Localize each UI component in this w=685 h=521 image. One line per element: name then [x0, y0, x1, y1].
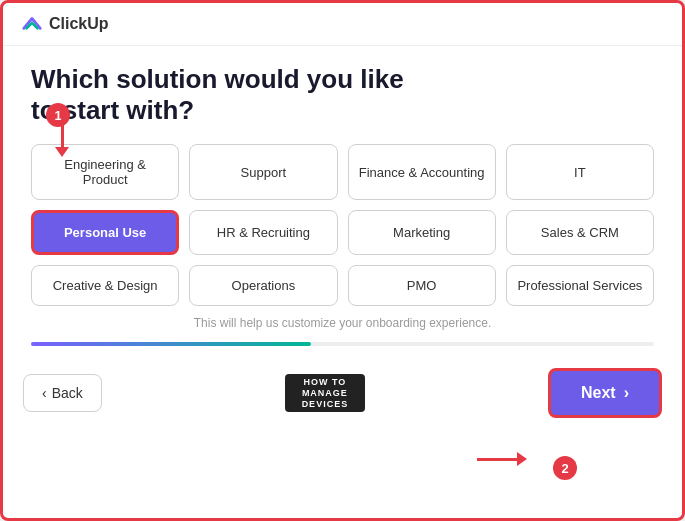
progress-bar-container: [31, 342, 654, 346]
progress-bar-fill: [31, 342, 311, 346]
arrow-line-horizontal: [477, 458, 517, 461]
page-heading: Which solution would you like to start w…: [31, 64, 654, 126]
arrow-head: [55, 147, 69, 157]
option-sales[interactable]: Sales & CRM: [506, 210, 654, 255]
logo-text: ClickUp: [49, 15, 109, 33]
next-label: Next: [581, 384, 616, 402]
options-grid: Engineering & Product Support Finance & …: [31, 144, 654, 306]
option-personal-use[interactable]: Personal Use: [31, 210, 179, 255]
arrow-line-vertical: [61, 119, 64, 147]
app-container: ClickUp Which solution would you like to…: [0, 0, 685, 521]
option-creative[interactable]: Creative & Design: [31, 265, 179, 306]
option-marketing[interactable]: Marketing: [348, 210, 496, 255]
back-label: Back: [52, 385, 83, 401]
clickup-logo-icon: [21, 13, 43, 35]
footer: ‹ Back HOW TOMANAGEDEVICES Next ›: [3, 360, 682, 428]
main-content: Which solution would you like to start w…: [3, 46, 682, 346]
option-support[interactable]: Support: [189, 144, 337, 200]
watermark-logo: HOW TOMANAGEDEVICES: [285, 374, 365, 412]
option-operations[interactable]: Operations: [189, 265, 337, 306]
back-chevron-icon: ‹: [42, 385, 47, 401]
annotation-badge-2: 2: [553, 456, 577, 480]
header: ClickUp: [3, 3, 682, 46]
annotation-arrow-1: [55, 119, 69, 157]
option-it[interactable]: IT: [506, 144, 654, 200]
helper-text: This will help us customize your onboard…: [31, 316, 654, 330]
option-professional[interactable]: Professional Services: [506, 265, 654, 306]
back-button[interactable]: ‹ Back: [23, 374, 102, 412]
next-chevron-icon: ›: [624, 384, 629, 402]
option-hr[interactable]: HR & Recruiting: [189, 210, 337, 255]
option-finance[interactable]: Finance & Accounting: [348, 144, 496, 200]
logo: ClickUp: [21, 13, 109, 35]
next-button[interactable]: Next ›: [548, 368, 662, 418]
annotation-arrow-2: [477, 452, 527, 466]
arrow-head-right: [517, 452, 527, 466]
option-engineering[interactable]: Engineering & Product: [31, 144, 179, 200]
option-pmo[interactable]: PMO: [348, 265, 496, 306]
